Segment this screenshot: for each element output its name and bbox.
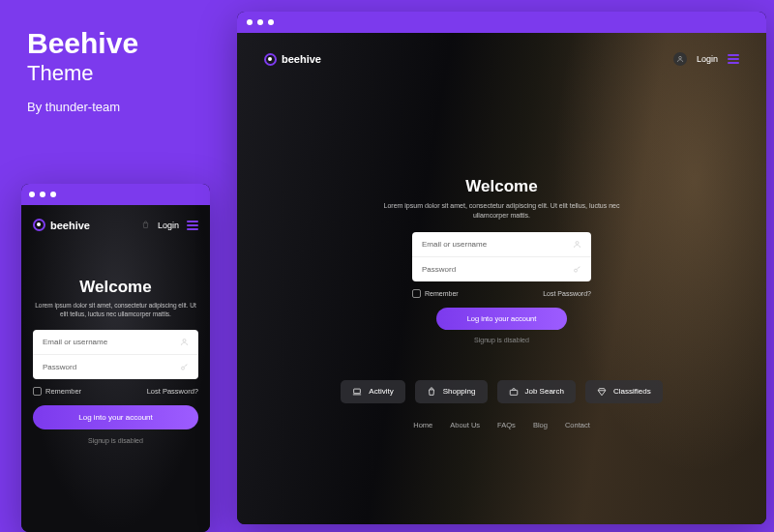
login-button[interactable]: Log into your account	[436, 308, 567, 330]
briefcase-icon	[509, 387, 519, 397]
welcome-subtext: Lorem ipsum dolor sit amet, consectetur …	[33, 301, 198, 318]
desktop-body: beehive Login Welcome Lorem ipsum dolor …	[237, 33, 766, 524]
checkbox-icon	[412, 289, 421, 298]
svg-point-1	[182, 367, 185, 369]
brand-icon	[264, 53, 277, 66]
pill-classifieds[interactable]: Classifieds	[585, 380, 663, 403]
login-button[interactable]: Log into your account	[33, 405, 198, 429]
remember-checkbox[interactable]: Remember	[33, 387, 81, 396]
email-field[interactable]: Email or username	[412, 232, 591, 257]
signup-disabled-text: Signup is disabled	[33, 437, 198, 444]
window-dot	[29, 192, 35, 197]
pill-label: Job Search	[525, 387, 564, 396]
password-placeholder: Password	[43, 363, 76, 371]
window-dot	[50, 192, 56, 197]
footer-link-blog[interactable]: Blog	[533, 421, 548, 429]
desktop-welcome-section: Welcome Lorem ipsum dolor sit amet, cons…	[264, 177, 739, 343]
lost-password-link[interactable]: Lost Password?	[147, 387, 198, 396]
diamond-icon	[597, 387, 607, 397]
key-icon	[573, 265, 581, 274]
pill-label: Classifieds	[613, 387, 651, 396]
svg-rect-6	[510, 390, 518, 395]
brand-icon	[33, 219, 45, 231]
remember-label: Remember	[45, 387, 81, 396]
window-dot	[268, 19, 274, 25]
mobile-preview-window: beehive Login Welcome Lorem ipsum dolor …	[21, 184, 210, 532]
form-options-row: Remember Lost Password?	[412, 289, 591, 298]
welcome-heading: Welcome	[33, 278, 198, 297]
mobile-welcome-section: Welcome Lorem ipsum dolor sit amet, cons…	[33, 278, 198, 318]
mobile-body: beehive Login Welcome Lorem ipsum dolor …	[21, 205, 210, 532]
user-icon	[180, 338, 189, 346]
window-dot	[247, 19, 253, 25]
svg-point-4	[575, 269, 578, 272]
brand-logo[interactable]: beehive	[264, 53, 321, 66]
user-icon	[573, 240, 581, 249]
hamburger-menu-icon[interactable]	[187, 221, 198, 230]
brand-logo[interactable]: beehive	[33, 219, 90, 231]
promo-byline: By thunder-team	[27, 100, 138, 114]
pill-activity[interactable]: Activity	[341, 380, 404, 403]
login-link[interactable]: Login	[158, 221, 179, 230]
avatar-icon[interactable]	[673, 52, 687, 66]
footer-link-faqs[interactable]: FAQs	[497, 421, 516, 429]
category-pills: Activity Shopping Job Search Classifieds	[264, 380, 739, 403]
email-placeholder: Email or username	[422, 240, 487, 249]
password-placeholder: Password	[422, 265, 456, 274]
lost-password-link[interactable]: Lost Password?	[543, 290, 591, 297]
brand-text: beehive	[282, 53, 321, 65]
pill-label: Shopping	[443, 387, 476, 396]
form-options-row: Remember Lost Password?	[33, 387, 198, 396]
svg-point-0	[183, 340, 186, 342]
email-field[interactable]: Email or username	[33, 330, 198, 355]
desktop-window-chrome	[237, 12, 766, 33]
remember-checkbox[interactable]: Remember	[412, 289, 459, 298]
footer-link-contact[interactable]: Contact	[565, 421, 590, 429]
remember-label: Remember	[425, 290, 459, 297]
login-form: Email or username Password	[412, 232, 591, 281]
welcome-subtext: Lorem ipsum dolor sit amet, consectetur …	[376, 201, 628, 221]
window-dot	[257, 19, 263, 25]
bag-icon[interactable]	[141, 221, 150, 229]
hamburger-menu-icon[interactable]	[728, 54, 739, 64]
footer-link-home[interactable]: Home	[413, 421, 432, 429]
email-placeholder: Email or username	[43, 338, 107, 346]
mobile-window-chrome	[21, 184, 210, 205]
pill-label: Activity	[369, 387, 393, 396]
signup-disabled-text: Signup is disabled	[264, 337, 739, 343]
mobile-header: beehive Login	[33, 219, 198, 231]
brand-text: beehive	[50, 220, 90, 231]
pill-job-search[interactable]: Job Search	[497, 380, 576, 403]
key-icon	[180, 363, 189, 371]
password-field[interactable]: Password	[412, 257, 591, 281]
svg-rect-5	[354, 389, 361, 394]
svg-point-2	[679, 56, 682, 59]
laptop-icon	[352, 387, 362, 397]
password-field[interactable]: Password	[33, 355, 198, 379]
promo-block: Beehive Theme By thunder-team	[27, 27, 138, 114]
login-form: Email or username Password	[33, 330, 198, 379]
footer-nav: Home About Us FAQs Blog Contact	[264, 421, 739, 429]
login-link[interactable]: Login	[697, 54, 718, 64]
window-dot	[40, 192, 45, 197]
pill-shopping[interactable]: Shopping	[415, 380, 488, 403]
desktop-header: beehive Login	[264, 52, 739, 66]
welcome-heading: Welcome	[264, 177, 739, 196]
bag-icon	[427, 387, 436, 397]
desktop-header-actions: Login	[673, 52, 739, 66]
checkbox-icon	[33, 387, 42, 396]
footer-link-about[interactable]: About Us	[450, 421, 480, 429]
mobile-header-actions: Login	[141, 221, 198, 230]
promo-title: Beehive	[27, 27, 138, 59]
desktop-preview-window: beehive Login Welcome Lorem ipsum dolor …	[237, 12, 766, 524]
promo-subtitle: Theme	[27, 61, 138, 86]
svg-point-3	[576, 241, 579, 244]
